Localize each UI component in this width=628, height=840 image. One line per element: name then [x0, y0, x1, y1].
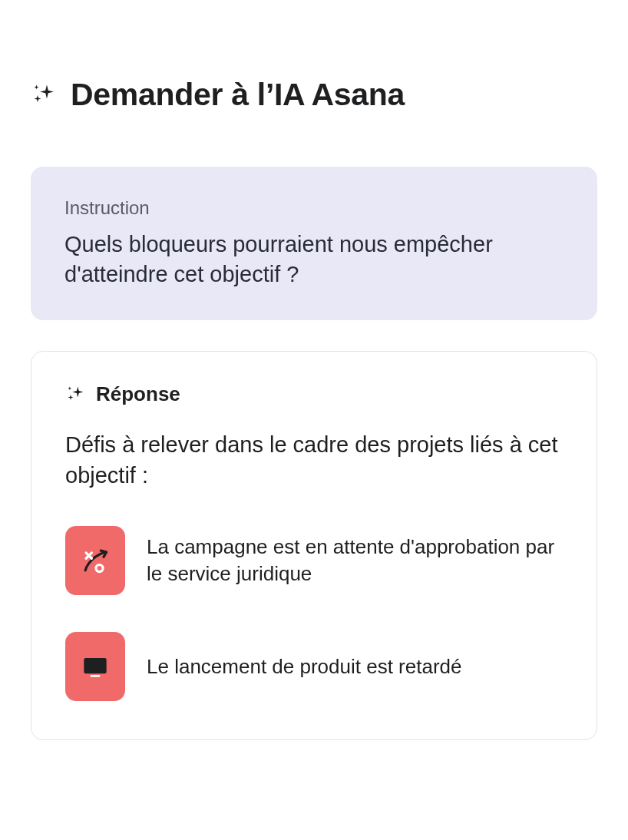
sparkle-icon [31, 81, 58, 109]
svg-rect-3 [84, 658, 106, 673]
instruction-label: Instruction [64, 197, 564, 219]
response-header: Réponse [65, 382, 563, 406]
connector-line [98, 320, 100, 351]
list-item: Le lancement de produit est retardé [65, 632, 563, 701]
monitor-icon [65, 632, 125, 701]
instruction-card: Instruction Quels bloqueurs pourraient n… [31, 167, 597, 320]
page-header: Demander à l’IA Asana [31, 77, 597, 113]
response-label: Réponse [96, 382, 180, 406]
challenge-text: La campagne est en attente d'approbation… [147, 534, 563, 587]
path-blocked-icon [65, 526, 125, 595]
page-title: Demander à l’IA Asana [71, 77, 405, 113]
response-summary: Défis à relever dans le cadre des projet… [65, 429, 563, 491]
response-card: Réponse Défis à relever dans le cadre de… [31, 351, 597, 740]
svg-rect-4 [91, 675, 101, 677]
challenge-text: Le lancement de produit est retardé [147, 653, 461, 680]
list-item: La campagne est en attente d'approbation… [65, 526, 563, 595]
svg-point-2 [96, 565, 103, 572]
sparkle-icon [65, 384, 87, 405]
instruction-text: Quels bloqueurs pourraient nous empêcher… [64, 230, 564, 289]
